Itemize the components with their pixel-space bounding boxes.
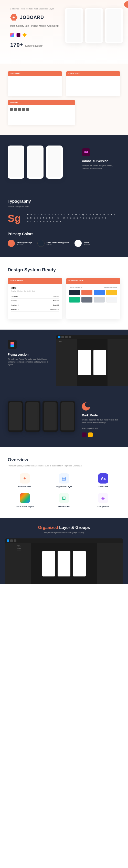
layers-icon: ▤ xyxy=(59,473,69,484)
dark-info: Dark Mode We also designed the dark mode… xyxy=(82,402,120,437)
features-grid: ✦Vector Based ▤Organized Layer AaFree Fo… xyxy=(8,473,120,507)
feature-item: Text & Color Styles xyxy=(8,493,42,507)
figma-tool-icon xyxy=(10,539,13,542)
organized-subtitle: All layer are organized, named and group… xyxy=(5,531,123,533)
card-header: COLOR PALETTE xyxy=(66,278,121,284)
phone-mockup xyxy=(85,8,103,43)
alphabet-display: A B C D E F G H I J K L M N O P Q R S T … xyxy=(27,213,116,224)
design-system-section: Design System Ready TYPOGRAPHY Inter Reg… xyxy=(0,257,128,330)
figma-screenshot: ▾ Page 1▸ Header▸ Content▸ Footer xyxy=(5,538,123,584)
color-name: White xyxy=(84,242,90,244)
palette-swatch xyxy=(69,290,80,296)
figma-icon xyxy=(10,33,14,37)
figma-tool-icon xyxy=(61,336,64,338)
dark-phone-mockup xyxy=(60,401,75,432)
figma-properties-panel xyxy=(107,339,128,386)
palette-swatch xyxy=(106,290,117,296)
figma-artboard xyxy=(73,551,86,577)
feature-item: AaFree Font xyxy=(86,473,120,488)
type-row: Headings 2Bold / 18 xyxy=(11,303,59,307)
hero-section: 2 Themes · Pixel Perfect · Well Organize… xyxy=(0,0,128,64)
palette-label: Secondary Background xyxy=(104,287,117,288)
dark-desc: We also designed the dark mode version t… xyxy=(82,419,120,424)
hero-phones xyxy=(65,8,123,43)
figma-artboard xyxy=(78,350,91,375)
color-name: Dark Text / Background xyxy=(47,242,69,244)
xd-icon xyxy=(82,432,86,437)
color-name: Primary/Orange xyxy=(17,242,32,244)
compat-icons xyxy=(82,432,120,437)
feature-item: ◈Component xyxy=(86,493,120,507)
figma-badge-icon xyxy=(8,340,17,349)
palette-label: Dark Text / Background xyxy=(69,287,82,288)
ds-palette-card: COLOR PALETTE Dark Text / Background Sec… xyxy=(66,278,121,319)
color-chip-dark: Dark Text / Background#1D293C xyxy=(37,240,69,247)
feature-item: ✦Vector Based xyxy=(8,473,42,488)
vector-icon: ✦ xyxy=(20,473,30,484)
palette-swatch xyxy=(94,290,105,296)
swatch-circle xyxy=(37,240,45,247)
color-hex: #1D293C xyxy=(47,244,69,245)
figma-canvas xyxy=(77,339,107,386)
figma-tool-icon xyxy=(65,336,68,338)
overview-title: Overview xyxy=(8,457,120,463)
ds-title: Design System Ready xyxy=(8,267,120,273)
phone-mockup xyxy=(8,146,24,179)
ds-typography-card: TYPOGRAPHY Inter Regular · Medium · Semi… xyxy=(8,278,62,319)
color-hex: #EF7150 xyxy=(17,244,32,245)
type-row: Headings 1Bold / 22 xyxy=(11,299,59,303)
overview-subtitle: Premium quality, easy to use & editable.… xyxy=(8,465,120,467)
color-hex: #FFFFFF xyxy=(84,244,90,245)
figma-properties-panel xyxy=(97,543,123,584)
xd-title: Adobe XD version xyxy=(82,159,120,163)
card-header: BUTTON STATE xyxy=(66,71,121,76)
phone-mockup xyxy=(65,8,83,43)
xd-badge-icon: Xd xyxy=(82,148,90,156)
figma-canvas xyxy=(31,543,97,584)
stat-number: 170+ xyxy=(10,41,23,48)
logo-hex-icon: ✦ xyxy=(10,14,18,21)
figma-tool-icon xyxy=(14,539,17,542)
icon-sets-card: ICON SETS xyxy=(8,100,75,125)
card-header: TYPOGRAPHY xyxy=(8,71,62,76)
xd-info: Xd Adobe XD version All layers are craft… xyxy=(82,148,120,170)
brand-name: JOBOARD xyxy=(20,15,44,20)
dark-title: Dark Mode xyxy=(82,413,120,417)
figma-tool-icon xyxy=(7,539,9,542)
dark-phone-mockup xyxy=(25,401,41,432)
font-weights: Regular · Medium · Semibold · Bold xyxy=(11,290,59,292)
card-header: ICON SETS xyxy=(8,100,75,105)
palette-swatch xyxy=(69,297,80,303)
phone-mockup xyxy=(105,8,123,43)
palette-swatch xyxy=(81,290,93,296)
palette-swatch xyxy=(106,297,117,303)
button-state-card: BUTTON STATE xyxy=(66,71,121,96)
component-icon: ◈ xyxy=(98,493,108,503)
compat-label: Also compatible with xyxy=(82,427,120,430)
type-row: Headings 3Semibold / 16 xyxy=(11,307,59,312)
xd-icon xyxy=(17,33,21,37)
style-guide-section: TYPOGRAPHY BUTTON STATE ICON SETS xyxy=(0,64,128,135)
sketch-icon xyxy=(23,33,27,37)
typography-title: Typography xyxy=(8,199,120,204)
figma-tool-icon xyxy=(69,336,71,338)
sketch-icon xyxy=(88,432,93,437)
organized-section: Organized Layer & Groups All layer are o… xyxy=(0,518,128,584)
alphabet-lower: a b c d e f g h i j k l m n o p q r s t … xyxy=(27,216,116,220)
palette-grid xyxy=(69,290,118,303)
phone-mockup xyxy=(46,146,63,179)
feature-item: ▤Organized Layer xyxy=(47,473,81,488)
font-name: Inter xyxy=(11,287,59,289)
typography-card: TYPOGRAPHY xyxy=(8,71,62,96)
figma-section: Figma version We built from Figma. We ma… xyxy=(0,330,128,391)
figma-tool-icon xyxy=(58,336,60,338)
overview-section: Overview Premium quality, easy to use & … xyxy=(0,447,128,518)
figma-toolbar xyxy=(56,335,128,339)
type-specimen: Sg xyxy=(8,213,21,224)
xd-desc: All layers are crafted with pixel perfec… xyxy=(82,164,120,170)
styles-icon xyxy=(20,493,30,503)
type-row: Large TextBold / 28 xyxy=(11,294,59,299)
dark-mode-section: Dark Mode We also designed the dark mode… xyxy=(0,391,128,447)
feature-item: ⊞Pixel Perfect xyxy=(47,493,81,507)
phone-mockup xyxy=(27,146,44,179)
